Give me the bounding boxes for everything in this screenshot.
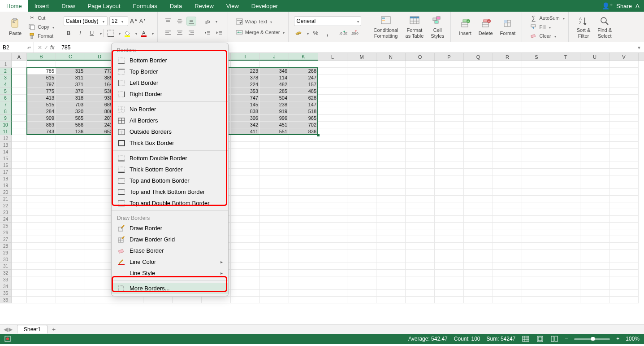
format-painter-button[interactable]: Format	[26, 32, 54, 40]
cell-M16[interactable]	[347, 162, 376, 169]
cell-D16[interactable]	[85, 162, 114, 169]
underline-button[interactable]: U	[87, 29, 97, 38]
cell-U11[interactable]	[580, 128, 609, 135]
cell-R3[interactable]	[493, 74, 522, 81]
row-header-19[interactable]: 19	[0, 182, 12, 189]
cell-I32[interactable]	[231, 270, 260, 276]
cell-C10[interactable]: 566	[56, 122, 85, 128]
cell-U30[interactable]	[580, 256, 609, 263]
format-cells-button[interactable]: Format	[497, 17, 519, 37]
cell-D30[interactable]	[85, 256, 114, 263]
cell-N17[interactable]	[376, 169, 406, 175]
cell-P8[interactable]	[435, 108, 464, 115]
cell-J30[interactable]	[260, 256, 289, 263]
cell-B33[interactable]	[27, 276, 56, 283]
cell-A1[interactable]	[12, 61, 27, 68]
fx-icon[interactable]: fx	[50, 44, 54, 51]
cell-U2[interactable]	[580, 68, 609, 74]
cell-L2[interactable]	[318, 68, 347, 74]
cell-T25[interactable]	[551, 223, 580, 229]
cell-Q30[interactable]	[464, 256, 493, 263]
cell-V1[interactable]	[609, 61, 639, 68]
cell-A6[interactable]	[12, 95, 27, 101]
cell-P5[interactable]	[435, 88, 464, 95]
cell-B6[interactable]: 413	[27, 95, 56, 101]
cell-L5[interactable]	[318, 88, 347, 95]
delete-cells-button[interactable]: × Delete	[476, 17, 496, 37]
cell-V15[interactable]	[609, 155, 639, 162]
cell-I22[interactable]	[231, 202, 260, 209]
cell-N9[interactable]	[376, 115, 406, 122]
cell-L20[interactable]	[318, 189, 347, 196]
add-sheet-button[interactable]: +	[48, 326, 59, 333]
cell-C19[interactable]	[56, 182, 85, 189]
cell-N18[interactable]	[376, 175, 406, 182]
cell-Q31[interactable]	[464, 263, 493, 270]
cell-J21[interactable]	[260, 196, 289, 202]
cell-C25[interactable]	[56, 223, 85, 229]
cell-N33[interactable]	[376, 276, 406, 283]
cell-A17[interactable]	[12, 169, 27, 175]
find-select-button[interactable]: Find & Select	[595, 14, 614, 39]
cell-P15[interactable]	[435, 155, 464, 162]
cell-J2[interactable]: 346	[260, 68, 289, 74]
cell-V25[interactable]	[609, 223, 639, 229]
row-header-14[interactable]: 14	[0, 149, 12, 155]
cell-V26[interactable]	[609, 229, 639, 236]
sheet-nav-next-icon[interactable]: ▶	[9, 326, 13, 333]
border-item-right-border[interactable]: Right Border	[112, 88, 228, 100]
conditional-formatting-button[interactable]: Conditional Formatting	[371, 14, 401, 39]
cell-I7[interactable]: 145	[231, 101, 260, 108]
row-header-29[interactable]: 29	[0, 250, 12, 256]
cell-M34[interactable]	[347, 283, 376, 290]
cell-I31[interactable]	[231, 263, 260, 270]
cell-I19[interactable]	[231, 182, 260, 189]
cell-P25[interactable]	[435, 223, 464, 229]
border-item-outside-borders[interactable]: Outside Borders	[112, 126, 228, 137]
cell-D24[interactable]	[85, 216, 114, 223]
cell-K18[interactable]	[289, 175, 318, 182]
cell-C12[interactable]	[56, 135, 85, 142]
col-header-A[interactable]: A	[12, 53, 27, 61]
cell-S6[interactable]	[522, 95, 551, 101]
row-header-1[interactable]: 1	[0, 61, 12, 68]
cell-J10[interactable]: 451	[260, 122, 289, 128]
border-item-erase-border[interactable]: Erase Border	[112, 245, 228, 256]
cell-D14[interactable]	[85, 149, 114, 155]
cell-N11[interactable]	[376, 128, 406, 135]
cell-I28[interactable]	[231, 243, 260, 250]
cell-R17[interactable]	[493, 169, 522, 175]
cell-C36[interactable]	[56, 297, 85, 303]
cell-D9[interactable]: 207	[85, 115, 114, 122]
cell-P35[interactable]	[435, 290, 464, 297]
border-item-top-and-thick-bottom-border[interactable]: Top and Thick Bottom Border	[112, 186, 228, 197]
tab-developer[interactable]: Developer	[245, 0, 284, 12]
cell-S14[interactable]	[522, 149, 551, 155]
cell-T17[interactable]	[551, 169, 580, 175]
cell-O21[interactable]	[406, 196, 435, 202]
cell-T3[interactable]	[551, 74, 580, 81]
cell-C1[interactable]	[56, 61, 85, 68]
cell-J27[interactable]	[260, 236, 289, 243]
cell-O23[interactable]	[406, 209, 435, 216]
cell-C6[interactable]: 318	[56, 95, 85, 101]
cell-J11[interactable]: 551	[260, 128, 289, 135]
cell-R18[interactable]	[493, 175, 522, 182]
cell-T18[interactable]	[551, 175, 580, 182]
cell-N29[interactable]	[376, 250, 406, 256]
cell-L34[interactable]	[318, 283, 347, 290]
cell-Q18[interactable]	[464, 175, 493, 182]
cell-N8[interactable]	[376, 108, 406, 115]
cell-J1[interactable]	[260, 61, 289, 68]
cell-V22[interactable]	[609, 202, 639, 209]
cell-L28[interactable]	[318, 243, 347, 250]
cell-D22[interactable]	[85, 202, 114, 209]
cell-Q5[interactable]	[464, 88, 493, 95]
cell-P33[interactable]	[435, 276, 464, 283]
cell-V6[interactable]	[609, 95, 639, 101]
cell-A5[interactable]	[12, 88, 27, 95]
cell-B24[interactable]	[27, 216, 56, 223]
cell-A23[interactable]	[12, 209, 27, 216]
zoom-out-icon[interactable]: −	[565, 336, 568, 342]
cell-R14[interactable]	[493, 149, 522, 155]
